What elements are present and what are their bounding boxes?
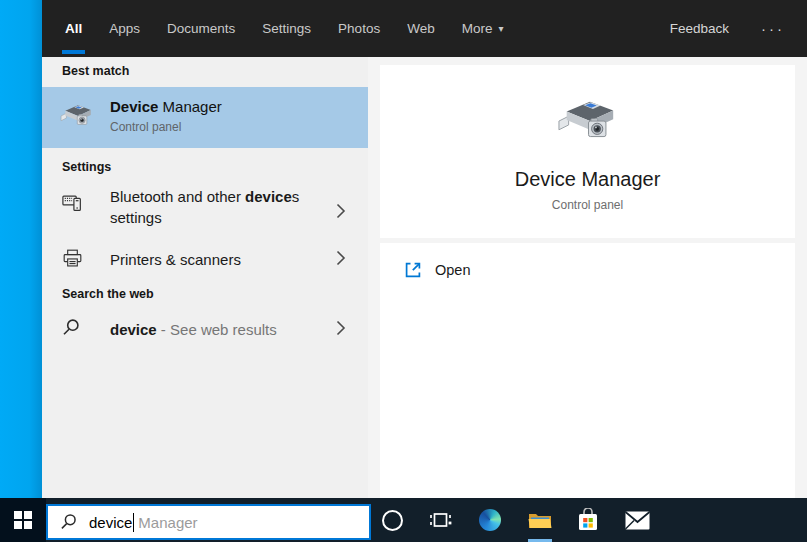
result-web-search-device[interactable]: device - See web results (42, 313, 368, 343)
feedback-button[interactable]: Feedback (670, 21, 729, 36)
cortana-icon (382, 510, 403, 531)
open-action[interactable]: Open (392, 253, 482, 287)
result-subtitle: Control panel (110, 120, 222, 134)
search-suggestion-text: Manager (138, 514, 197, 531)
tab-all[interactable]: All (65, 0, 82, 57)
search-typed-text: device (89, 514, 132, 531)
cortana-button[interactable] (372, 498, 412, 542)
windows-logo-icon (14, 511, 32, 529)
preview-card: Device Manager Control panel (380, 65, 795, 238)
mail-button[interactable] (617, 498, 657, 542)
result-bluetooth-devices-settings[interactable]: Bluetooth and other devices settings (42, 183, 368, 238)
edge-button[interactable] (470, 498, 510, 542)
tab-photos[interactable]: Photos (338, 0, 380, 57)
active-tab-indicator (62, 50, 85, 54)
task-view-button[interactable] (421, 498, 461, 542)
result-label: Printers & scanners (110, 249, 241, 270)
search-icon (62, 318, 81, 337)
result-label: Bluetooth and other devices settings (110, 186, 338, 228)
text-caret (133, 513, 134, 532)
printer-icon (62, 248, 83, 269)
best-match-result-device-manager[interactable]: Device Manager Control panel (42, 87, 368, 148)
tab-more[interactable]: More ▾ (462, 0, 504, 57)
chevron-right-icon (336, 203, 346, 219)
tab-all-label: All (65, 21, 82, 36)
filter-tabs: All Apps Documents Settings Photos Web M… (42, 0, 503, 57)
preview-subtitle: Control panel (380, 198, 795, 212)
desktop-wallpaper (0, 0, 42, 498)
edge-icon (479, 509, 501, 531)
file-explorer-icon (528, 510, 552, 530)
store-button[interactable] (568, 498, 608, 542)
topbar-right: Feedback ··· (670, 20, 807, 37)
device-manager-icon (60, 100, 94, 134)
settings-header: Settings (62, 160, 111, 174)
store-icon (577, 508, 599, 532)
tab-documents[interactable]: Documents (167, 0, 235, 57)
more-options-icon[interactable]: ··· (761, 20, 785, 37)
chevron-right-icon (336, 320, 346, 336)
open-external-icon (404, 261, 422, 279)
tab-apps[interactable]: Apps (109, 0, 140, 57)
mail-icon (625, 511, 650, 530)
search-input[interactable]: device Manager (46, 504, 371, 540)
search-the-web-header: Search the web (62, 287, 154, 301)
tab-web[interactable]: Web (407, 0, 435, 57)
tab-settings[interactable]: Settings (262, 0, 311, 57)
preview-title: Device Manager (380, 168, 795, 191)
result-title: Device Manager (110, 98, 222, 115)
search-filter-bar: All Apps Documents Settings Photos Web M… (42, 0, 807, 57)
open-label: Open (435, 262, 470, 278)
actions-card: Open (380, 243, 795, 498)
chevron-down-icon: ▾ (498, 23, 503, 34)
result-printers-scanners[interactable]: Printers & scanners (42, 245, 368, 273)
result-label: device - See web results (110, 319, 277, 340)
task-view-icon (430, 511, 452, 529)
devices-keyboard-phone-icon (62, 192, 84, 214)
device-manager-icon-large (557, 92, 619, 154)
best-match-header: Best match (62, 64, 129, 78)
file-explorer-button[interactable] (520, 498, 560, 542)
windows-search-flyout: All Apps Documents Settings Photos Web M… (0, 0, 807, 542)
chevron-right-icon (336, 250, 346, 266)
search-icon (60, 513, 78, 531)
start-button[interactable] (0, 498, 46, 542)
